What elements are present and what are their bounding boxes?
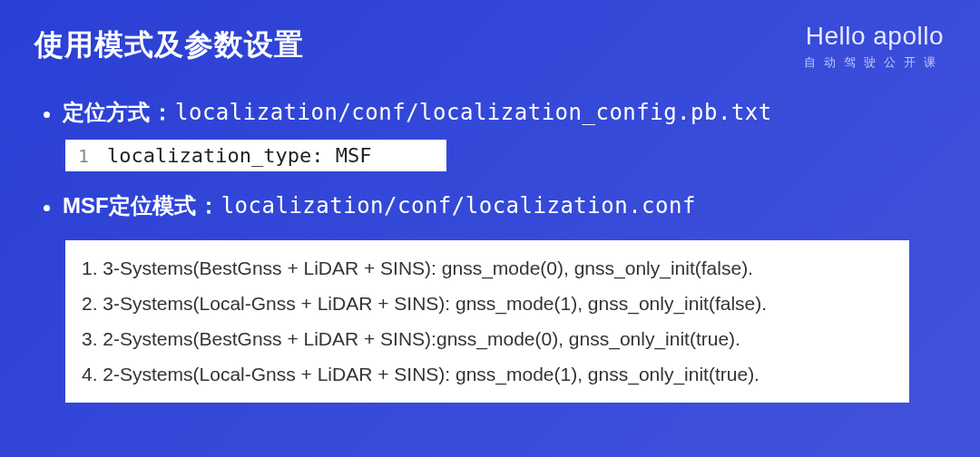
- colon: ：: [152, 98, 173, 127]
- list-item: 2. 3-Systems(Local-Gnss + LiDAR + SINS):…: [82, 287, 893, 322]
- code-content: localization_type: MSF: [107, 144, 371, 167]
- brand-main: Hello apollo: [804, 22, 944, 51]
- list-item: 3. 2-Systems(BestGnss + LiDAR + SINS):gn…: [82, 322, 893, 357]
- list-item: 1. 3-Systems(BestGnss + LiDAR + SINS): g…: [82, 251, 893, 287]
- list-item: 4. 2-Systems(Local-Gnss + LiDAR + SINS):…: [82, 357, 893, 393]
- section-label: MSF定位模式: [63, 191, 196, 220]
- section-localization-type: 定位方式 ： localization/conf/localization_co…: [40, 98, 940, 127]
- page-title: 使用模式及参数设置: [34, 25, 304, 65]
- bullet-icon: [44, 112, 50, 118]
- section-msf-mode: MSF定位模式 ： localization/conf/localization…: [40, 191, 940, 220]
- bullet-icon: [44, 205, 50, 211]
- brand-sub: 自动驾驶公开课: [804, 54, 944, 71]
- code-line-number: 1: [65, 145, 107, 167]
- config-path: localization/conf/localization_config.pb…: [175, 100, 772, 125]
- brand-block: Hello apollo 自动驾驶公开课: [804, 22, 944, 71]
- colon: ：: [198, 191, 220, 220]
- section-label: 定位方式: [63, 98, 150, 127]
- config-path: localization/conf/localization.conf: [221, 193, 696, 219]
- modes-list: 1. 3-Systems(BestGnss + LiDAR + SINS): g…: [65, 240, 909, 403]
- code-block: 1 localization_type: MSF: [65, 140, 446, 171]
